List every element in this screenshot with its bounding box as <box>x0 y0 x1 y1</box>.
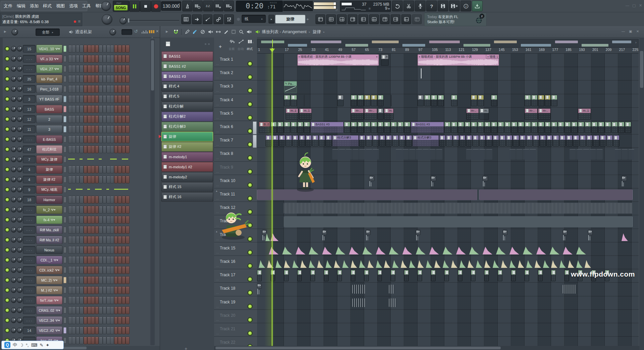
step-cell[interactable] <box>95 166 99 173</box>
channel-volume-knob[interactable] <box>17 46 22 52</box>
step-cell[interactable] <box>110 236 114 244</box>
audio-clip-header[interactable]: ⏸喵喵虎妞 - 朋友的酒 120BPM Bb 小调⏸ <box>298 55 379 59</box>
step-cell[interactable] <box>126 306 130 314</box>
pattern-item[interactable]: m-melody1 <box>161 152 213 162</box>
step-cell[interactable] <box>80 316 84 324</box>
step-cell[interactable] <box>84 316 88 324</box>
clip[interactable] <box>464 122 471 133</box>
pattern-clip-header[interactable]: 旋.. <box>451 95 457 100</box>
step-cell[interactable] <box>126 286 130 294</box>
channel-button[interactable]: BASS <box>36 105 62 113</box>
channel-button[interactable]: MCy..旋律 <box>36 155 62 164</box>
clip[interactable] <box>443 260 449 268</box>
clip[interactable] <box>459 260 466 268</box>
step-cell[interactable] <box>72 316 76 324</box>
pattern-clip-header[interactable]: 旋.. <box>291 95 297 100</box>
step-cell[interactable] <box>110 256 114 264</box>
pattern-clip-header[interactable] <box>373 135 379 140</box>
step-cell[interactable] <box>126 115 130 123</box>
clip[interactable]: 旋.. <box>291 95 297 106</box>
clip[interactable] <box>416 246 426 254</box>
step-cell[interactable] <box>99 236 103 244</box>
clip[interactable] <box>269 246 279 254</box>
clip[interactable]: 音 <box>297 270 302 281</box>
clip[interactable] <box>259 260 265 268</box>
clip[interactable] <box>622 176 627 181</box>
menu-item-2[interactable]: 编辑 <box>17 3 26 9</box>
clip[interactable] <box>434 260 441 268</box>
clip[interactable] <box>563 230 567 235</box>
clip[interactable] <box>625 122 631 133</box>
clip[interactable]: m..2 <box>384 108 394 120</box>
clip[interactable]: ..2 <box>364 95 370 106</box>
step-cell[interactable] <box>99 286 103 294</box>
channel-enable-led[interactable] <box>5 86 10 92</box>
step-cell[interactable] <box>118 296 122 304</box>
pattern-selector[interactable]: 旋律 <box>275 15 305 23</box>
pattern-clip-header[interactable] <box>525 122 531 126</box>
step-cell[interactable] <box>72 85 76 93</box>
clip[interactable] <box>399 135 405 147</box>
step-cell[interactable] <box>126 65 130 73</box>
pattern-clip-header[interactable] <box>312 135 318 140</box>
step-cell[interactable] <box>84 176 88 183</box>
clip[interactable]: ..2 <box>538 95 544 106</box>
clip[interactable] <box>373 149 379 159</box>
step-cell[interactable] <box>114 55 118 63</box>
step-cell[interactable] <box>114 85 118 93</box>
clip[interactable] <box>456 246 466 254</box>
step-cell[interactable] <box>106 296 110 304</box>
clip[interactable] <box>401 260 407 268</box>
pattern-item[interactable]: m-melody1 #2 <box>161 162 213 172</box>
pattern-clip-header[interactable] <box>513 135 519 140</box>
channel-mute-strip[interactable] <box>63 146 66 153</box>
channel-target-numbox[interactable]: - - - <box>23 306 36 314</box>
clip[interactable]: 音 <box>417 270 422 281</box>
channel-mute-strip[interactable] <box>63 327 66 334</box>
step-cell[interactable] <box>106 206 110 214</box>
pattern-clip-header[interactable] <box>573 135 579 140</box>
step-cell[interactable] <box>76 115 80 123</box>
step-cell[interactable] <box>72 115 76 123</box>
step-cell[interactable] <box>87 296 91 304</box>
pattern-clip-header[interactable]: 音 <box>324 270 328 275</box>
clip[interactable] <box>319 135 325 147</box>
step-cell[interactable] <box>91 115 95 123</box>
step-cell[interactable] <box>87 166 91 173</box>
step-cell[interactable] <box>99 65 103 73</box>
step-cell[interactable] <box>68 115 72 123</box>
pattern-clip-header[interactable] <box>304 122 310 126</box>
picker-option-dot[interactable] <box>205 43 206 45</box>
step-cell[interactable] <box>114 115 118 123</box>
step-cell[interactable] <box>99 316 103 324</box>
step-cell[interactable] <box>118 115 122 123</box>
step-cell[interactable] <box>122 105 126 113</box>
pitch-groove-nub[interactable] <box>128 18 129 22</box>
clip[interactable] <box>466 135 473 147</box>
step-cell[interactable] <box>84 306 88 314</box>
clip[interactable] <box>563 246 573 254</box>
pat-mode-label[interactable]: PAT <box>116 2 121 5</box>
track-options-dots[interactable]: ⋯ <box>216 265 219 268</box>
step-cell[interactable] <box>87 105 91 113</box>
step-cell[interactable] <box>91 216 95 224</box>
step-cell[interactable] <box>87 236 91 244</box>
playlist-maximize-button[interactable]: ▣ <box>629 30 632 33</box>
channel-target-numbox[interactable]: - - - <box>23 286 36 294</box>
pattern-clip-header[interactable]: m..1 <box>286 109 298 113</box>
channel-mute-strip[interactable] <box>63 136 66 142</box>
pattern-clip-header[interactable]: 旋.. <box>431 95 437 100</box>
stop-button[interactable] <box>140 1 151 12</box>
clip[interactable] <box>366 135 372 147</box>
rack-close-icon[interactable]: ✕ <box>156 29 159 34</box>
step-cell[interactable] <box>106 65 110 73</box>
clip[interactable] <box>371 122 377 133</box>
step-cell[interactable] <box>114 296 118 304</box>
step-cell[interactable] <box>126 145 130 153</box>
step-cell[interactable] <box>68 135 72 143</box>
step-cell[interactable] <box>80 306 84 314</box>
track-mute-led[interactable] <box>247 331 253 336</box>
pattern-clip-header[interactable] <box>391 122 397 126</box>
step-cell[interactable] <box>103 306 107 314</box>
step-cell[interactable] <box>95 105 99 113</box>
